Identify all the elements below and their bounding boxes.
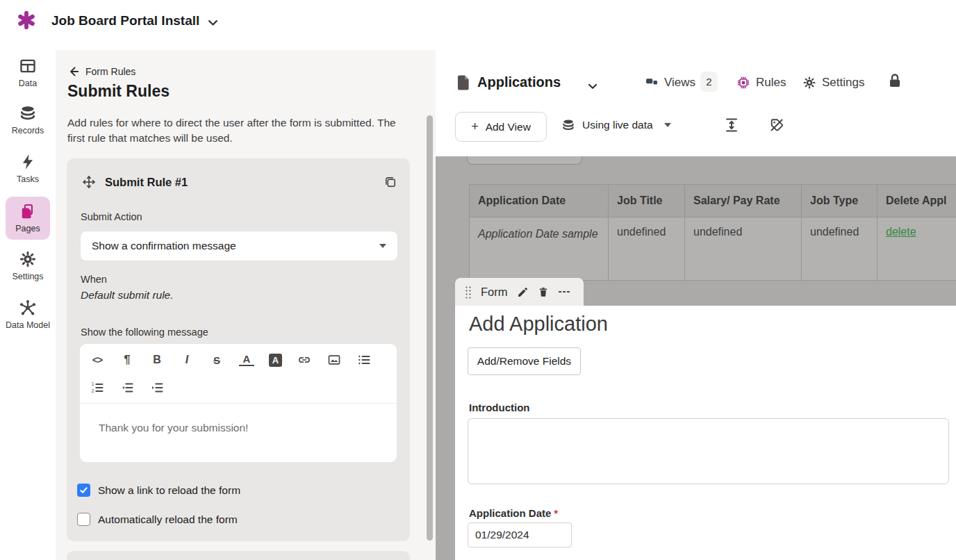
add-remove-fields-button[interactable]: Add/Remove Fields — [468, 347, 581, 375]
sidebar-item-data[interactable]: Data — [0, 57, 56, 88]
database-icon — [561, 118, 575, 132]
sidebar-item-tasks[interactable]: Tasks — [0, 153, 56, 184]
views-layout-icon — [645, 76, 659, 90]
builder-toolbar: + Add View Using live data — [436, 112, 956, 142]
submit-action-value: Show a confirmation message — [92, 240, 236, 252]
introduction-textarea[interactable] — [468, 418, 949, 484]
delete-record-link[interactable]: delete — [886, 226, 916, 238]
duplicate-icon[interactable] — [384, 175, 397, 189]
svg-text:2: 2 — [92, 388, 94, 393]
edit-pencil-icon[interactable] — [517, 286, 529, 298]
database-icon — [19, 104, 37, 122]
main-sidebar: Data Records Tasks Pages — [0, 50, 56, 560]
data-source-dropdown[interactable]: Using live data — [561, 118, 671, 132]
page-builder-panel: Applications Views 2 — [436, 50, 956, 560]
next-rule-card-partial — [67, 551, 410, 560]
when-value: Default submit rule. — [81, 289, 174, 302]
trash-icon[interactable] — [538, 286, 549, 298]
form-view-toolbar: Form — [455, 278, 584, 306]
rule-card-header: Submit Rule #1 — [82, 174, 397, 190]
bullet-list-icon[interactable] — [356, 352, 372, 368]
checkbox-show-reload-link[interactable]: Show a link to reload the form — [77, 484, 240, 497]
page-title: Submit Rules — [67, 82, 170, 101]
page-document-icon — [457, 74, 470, 91]
tab-views[interactable]: Views — [645, 76, 695, 90]
expand-vertical-icon[interactable] — [723, 117, 740, 133]
editor-toolbar: <> ¶ B I S A A — [80, 344, 397, 404]
indent-icon[interactable] — [149, 380, 165, 395]
form-view-label: Form — [481, 286, 508, 299]
chevron-down-icon[interactable] — [206, 16, 220, 29]
table-row: Application Date sample undefined undefi… — [470, 217, 956, 281]
tab-rules[interactable]: Rules — [736, 76, 786, 90]
strikethrough-icon[interactable]: S — [209, 352, 224, 368]
submit-action-select[interactable]: Show a confirmation message — [80, 231, 398, 261]
checkbox-label: Show a link to reload the form — [98, 484, 240, 497]
message-editor-content[interactable]: Thank you for your submission! — [80, 404, 397, 462]
more-options-icon[interactable] — [558, 290, 570, 293]
message-label: Show the following message — [81, 327, 208, 338]
add-view-button[interactable]: + Add View — [455, 112, 547, 142]
page-name-title: Applications — [477, 74, 561, 90]
rule-title: Submit Rule #1 — [105, 176, 188, 189]
knack-asterisk-logo[interactable] — [17, 10, 36, 30]
sidebar-item-label: Records — [12, 126, 44, 135]
lock-icon[interactable] — [887, 72, 903, 89]
cell-job-title: undefined — [609, 217, 685, 281]
sidebar-item-label: Tasks — [17, 174, 39, 184]
tab-settings[interactable]: Settings — [802, 76, 864, 90]
checkbox-auto-reload[interactable]: Automatically reload the form — [77, 513, 238, 526]
checkbox-checked-icon — [77, 484, 90, 497]
sidebar-item-label: Data — [19, 79, 37, 88]
back-to-form-rules-link[interactable]: Form Rules — [67, 65, 135, 78]
tag-slash-icon[interactable] — [768, 117, 785, 133]
add-view-label: Add View — [486, 121, 531, 133]
data-source-label: Using live data — [582, 119, 653, 131]
chevron-down-icon — [379, 244, 386, 248]
cell-application-date: Application Date sample — [470, 217, 609, 281]
panel-scrollbar-thumb[interactable] — [427, 115, 433, 541]
cell-job-type: undefined — [802, 217, 877, 281]
sidebar-item-data-model[interactable]: Data Model — [0, 299, 56, 330]
application-date-input[interactable] — [468, 522, 572, 547]
app-window: Job Board Portal Install Data Records — [0, 0, 956, 560]
application-date-field-label: Application Date* — [469, 507, 558, 519]
form-view-canvas: Add Application Add/Remove Fields Introd… — [455, 306, 956, 560]
back-arrow-icon — [67, 65, 80, 78]
col-application-date: Application Date — [470, 185, 609, 217]
table-header-row: Application Date Job Title Salary/ Pay R… — [470, 185, 956, 217]
underline-icon[interactable]: A — [239, 354, 254, 366]
when-label: When — [81, 274, 107, 285]
drag-handle-icon[interactable] — [465, 286, 472, 299]
message-text: Thank you for your submission! — [99, 422, 248, 434]
bold-icon[interactable]: B — [149, 352, 165, 368]
submit-rule-card: Submit Rule #1 Submit Action Show a conf… — [67, 158, 410, 541]
italic-icon[interactable]: I — [179, 352, 195, 368]
numbered-list-icon[interactable]: 1 2 — [90, 380, 105, 395]
gear-icon — [802, 76, 816, 90]
col-salary-pay-rate: Salary/ Pay Rate — [685, 185, 802, 217]
builder-header: Applications Views 2 — [436, 68, 956, 100]
code-view-icon[interactable]: <> — [90, 352, 105, 368]
paragraph-format-icon[interactable]: ¶ — [120, 352, 135, 368]
sidebar-item-settings[interactable]: Settings — [0, 250, 56, 281]
highlight-icon[interactable]: A — [269, 354, 282, 367]
outdent-icon[interactable] — [120, 380, 135, 395]
tab-rules-label: Rules — [756, 76, 786, 90]
insert-image-icon[interactable] — [327, 352, 342, 368]
svg-text:1: 1 — [92, 381, 94, 386]
move-handle-icon[interactable] — [82, 175, 96, 189]
sidebar-item-label: Pages — [15, 224, 40, 233]
table-icon — [19, 57, 37, 75]
col-delete-application: Delete Appl — [877, 185, 956, 217]
sidebar-item-records[interactable]: Records — [0, 104, 56, 135]
insert-link-icon[interactable] — [297, 352, 312, 368]
required-asterisk: * — [554, 507, 558, 519]
rich-text-editor: <> ¶ B I S A A — [80, 344, 397, 462]
sidebar-item-label: Settings — [12, 272, 43, 281]
cell-salary: undefined — [685, 217, 802, 281]
chevron-down-icon[interactable] — [586, 80, 599, 92]
app-title: Job Board Portal Install — [51, 13, 199, 28]
sidebar-item-label: Data Model — [6, 320, 50, 330]
sidebar-item-pages[interactable]: Pages — [6, 197, 50, 240]
